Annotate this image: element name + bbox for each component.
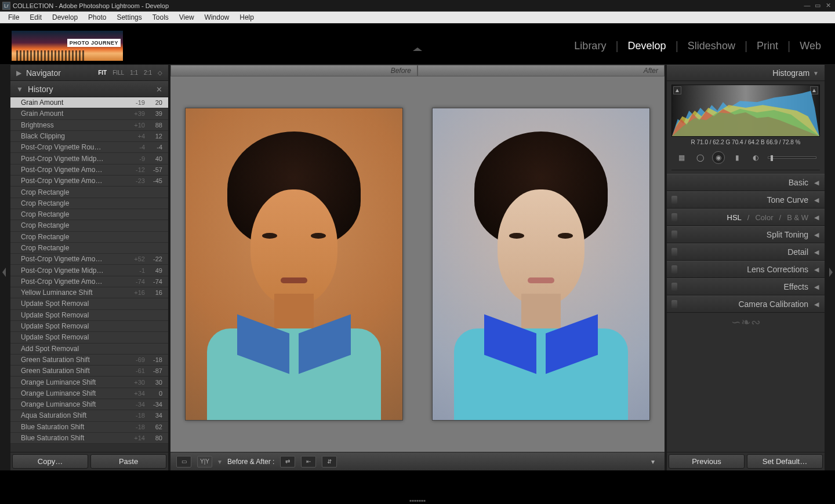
identity-plate[interactable]: PHOTO JOURNEY — [12, 31, 123, 61]
history-item-value: -18 — [145, 356, 162, 363]
previous-button[interactable]: Previous — [669, 454, 745, 469]
bw-tab[interactable]: B & W — [787, 213, 808, 222]
history-item[interactable]: Green Saturation Shift-69-18 — [10, 355, 168, 366]
history-item[interactable]: Brightness+1088 — [10, 120, 168, 131]
history-item[interactable]: Grain Amount-1920 — [10, 97, 168, 108]
panel-tone-curve[interactable]: Tone Curve◀ — [667, 191, 825, 209]
menu-tools[interactable]: Tools — [148, 12, 173, 23]
compare-view-icon[interactable]: Y|Y — [197, 456, 212, 468]
history-item[interactable]: Post-Crop Vignette Rou…-4-4 — [10, 142, 168, 153]
panel-split-toning[interactable]: Split Toning◀ — [667, 226, 825, 243]
adjustment-brush-tool-icon[interactable]: ◐ — [749, 151, 762, 164]
menu-photo[interactable]: Photo — [84, 12, 111, 23]
menu-view[interactable]: View — [175, 12, 199, 23]
hsl-tab[interactable]: HSL — [727, 213, 742, 222]
history-item[interactable]: Crop Rectangle — [10, 187, 168, 198]
history-item[interactable]: Crop Rectangle — [10, 232, 168, 243]
collapse-left-icon[interactable] — [2, 268, 6, 277]
graduated-filter-tool-icon[interactable]: ▮ — [731, 151, 743, 164]
panel-switch-icon[interactable] — [671, 196, 677, 204]
histogram-header[interactable]: Histogram ▼ — [667, 65, 825, 81]
swap-before-after-icon[interactable]: ⇄ — [280, 456, 295, 468]
panel-switch-icon[interactable] — [671, 265, 677, 273]
collapse-top-icon[interactable] — [413, 48, 422, 51]
zoom-1-1[interactable]: 1:1 — [130, 70, 138, 76]
menu-help[interactable]: Help — [235, 12, 259, 23]
panel-switch-icon[interactable] — [671, 300, 677, 308]
history-item[interactable]: Orange Luminance Shift+3030 — [10, 377, 168, 388]
copy-after-to-before-icon[interactable]: ⇵ — [322, 456, 337, 468]
history-header[interactable]: ▼ History ✕ — [10, 81, 168, 97]
panel-detail[interactable]: Detail◀ — [667, 243, 825, 261]
history-item[interactable]: Post-Crop Vignette Amo…-23-45 — [10, 176, 168, 187]
maximize-icon[interactable]: ▭ — [813, 2, 822, 9]
module-print[interactable]: Print — [754, 40, 780, 52]
zoom-fit[interactable]: FIT — [98, 70, 107, 76]
history-item[interactable]: Aqua Saturation Shift-1834 — [10, 410, 168, 421]
panel-switch-icon[interactable] — [671, 231, 677, 239]
panel-lens-corrections[interactable]: Lens Corrections◀ — [667, 261, 825, 278]
history-item[interactable]: Post-Crop Vignette Amo…-12-57 — [10, 165, 168, 176]
zoom-2-1[interactable]: 2:1 — [144, 70, 152, 76]
history-item[interactable]: Black Clipping+412 — [10, 131, 168, 142]
history-item[interactable]: Update Spot Removal — [10, 310, 168, 321]
history-item[interactable]: Post-Crop Vignette Amo…-74-74 — [10, 276, 168, 287]
close-icon[interactable]: ✕ — [823, 2, 833, 9]
menu-develop[interactable]: Develop — [48, 12, 82, 23]
crop-tool-icon[interactable]: ▦ — [675, 151, 688, 164]
copy-button[interactable]: Copy… — [12, 454, 88, 469]
collapse-right-icon[interactable] — [829, 268, 833, 277]
history-item[interactable]: Grain Amount+3939 — [10, 108, 168, 119]
history-item[interactable]: Post-Crop Vignette Midp…-149 — [10, 265, 168, 276]
panel-effects[interactable]: Effects◀ — [667, 278, 825, 295]
panel-switch-icon[interactable] — [671, 248, 677, 256]
menu-settings[interactable]: Settings — [112, 12, 146, 23]
tool-amount-slider[interactable] — [768, 156, 816, 159]
history-item[interactable]: Post-Crop Vignette Midp…-940 — [10, 153, 168, 164]
loupe-view-icon[interactable]: ▭ — [176, 456, 191, 468]
spot-removal-tool-icon[interactable]: ◯ — [694, 151, 706, 164]
minimize-icon[interactable]: — — [803, 2, 812, 9]
paste-button[interactable]: Paste — [90, 454, 166, 469]
menu-edit[interactable]: Edit — [25, 12, 46, 23]
menu-file[interactable]: File — [3, 12, 24, 23]
histogram-display[interactable]: ▲ ▲ — [671, 85, 820, 137]
history-item[interactable]: Yellow Luminance Shift+1616 — [10, 287, 168, 298]
history-clear-icon[interactable]: ✕ — [156, 85, 162, 94]
module-slideshow[interactable]: Slideshow — [685, 40, 738, 52]
compare-dropdown-icon[interactable]: ▾ — [218, 458, 222, 466]
history-item[interactable]: Crop Rectangle — [10, 243, 168, 254]
navigator-header[interactable]: ▶ Navigator FIT FILL 1:1 2:1 ◇ — [10, 65, 168, 81]
history-item[interactable]: Update Spot Removal — [10, 321, 168, 332]
history-item[interactable]: Update Spot Removal — [10, 298, 168, 309]
history-item[interactable]: Blue Saturation Shift+1480 — [10, 433, 168, 444]
panel-hsl[interactable]: HSL/ Color/ B & W ◀ — [667, 209, 825, 226]
menu-window[interactable]: Window — [200, 12, 234, 23]
module-library[interactable]: Library — [572, 40, 608, 52]
toolbar-options-icon[interactable]: ▾ — [647, 458, 659, 466]
history-item[interactable]: Crop Rectangle — [10, 220, 168, 231]
history-item[interactable]: Orange Luminance Shift-34-34 — [10, 399, 168, 410]
history-item[interactable]: Add Spot Removal — [10, 344, 168, 355]
color-tab[interactable]: Color — [755, 213, 773, 222]
history-item[interactable]: Crop Rectangle — [10, 209, 168, 220]
panel-switch-icon[interactable] — [671, 283, 677, 291]
panel-camera-calibration[interactable]: Camera Calibration◀ — [667, 295, 825, 313]
copy-before-to-after-icon[interactable]: ⇤ — [301, 456, 316, 468]
history-item[interactable]: Blue Saturation Shift-1862 — [10, 422, 168, 433]
module-web[interactable]: Web — [797, 40, 823, 52]
history-item[interactable]: Orange Luminance Shift+340 — [10, 388, 168, 399]
compare-view[interactable] — [170, 76, 665, 452]
zoom-menu-icon[interactable]: ◇ — [158, 70, 162, 76]
redeye-tool-icon[interactable]: ◉ — [712, 151, 725, 164]
module-develop[interactable]: Develop — [626, 40, 669, 52]
history-item[interactable]: Crop Rectangle — [10, 198, 168, 209]
zoom-fill[interactable]: FILL — [112, 70, 124, 76]
set-default-button[interactable]: Set Default… — [747, 454, 823, 469]
panel-switch-icon[interactable] — [671, 213, 677, 221]
history-item[interactable]: Update Spot Removal — [10, 332, 168, 343]
panel-basic[interactable]: Basic◀ — [667, 174, 825, 191]
collapse-bottom-icon[interactable] — [410, 500, 426, 502]
history-item[interactable]: Post-Crop Vignette Amo…+52-22 — [10, 254, 168, 265]
history-item[interactable]: Green Saturation Shift-61-87 — [10, 366, 168, 377]
